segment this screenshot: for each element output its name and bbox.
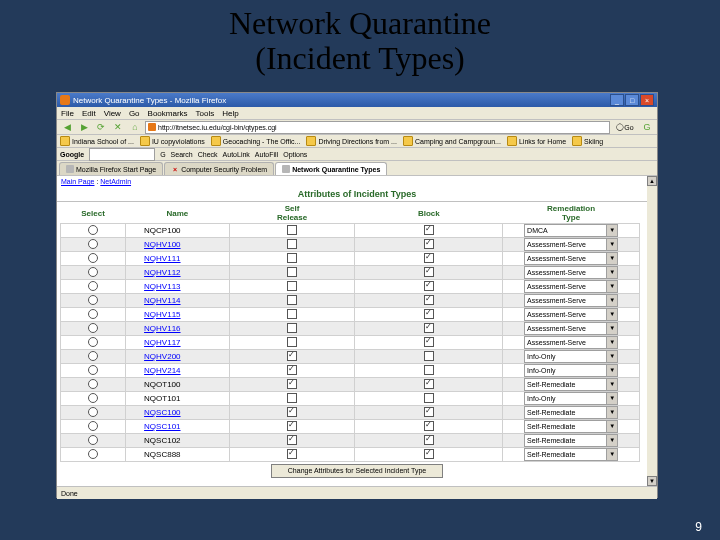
window-titlebar[interactable]: Network Quarantine Types - Mozilla Firef… (57, 93, 657, 107)
breadcrumb-main[interactable]: Main Page (61, 178, 94, 185)
self-release-checkbox[interactable] (287, 253, 297, 263)
remediation-select[interactable]: Self-Remediate▼ (524, 448, 618, 461)
block-checkbox[interactable] (424, 407, 434, 417)
bookmark-item[interactable]: Driving Directions from ... (306, 136, 397, 146)
menu-help[interactable]: Help (222, 109, 238, 118)
bookmark-item[interactable]: Indiana School of ... (60, 136, 134, 146)
menu-go[interactable]: Go (129, 109, 140, 118)
remediation-select[interactable]: Assessment-Serve▼ (524, 280, 618, 293)
self-release-checkbox[interactable] (287, 393, 297, 403)
remediation-select[interactable]: Assessment-Serve▼ (524, 252, 618, 265)
address-bar[interactable]: http://itnetsec.iu.edu/cgi-bin/qtypes.cg… (145, 121, 610, 134)
scroll-down-button[interactable]: ▼ (647, 476, 657, 486)
select-radio[interactable] (88, 421, 98, 431)
google-search-input[interactable] (89, 148, 155, 161)
block-checkbox[interactable] (424, 239, 434, 249)
block-checkbox[interactable] (424, 393, 434, 403)
breadcrumb-netadmin[interactable]: NetAdmin (100, 178, 131, 185)
menu-edit[interactable]: Edit (82, 109, 96, 118)
menu-view[interactable]: View (104, 109, 121, 118)
google-options-button[interactable]: Options (283, 151, 307, 158)
block-checkbox[interactable] (424, 435, 434, 445)
block-checkbox[interactable] (424, 267, 434, 277)
select-radio[interactable] (88, 295, 98, 305)
self-release-checkbox[interactable] (287, 281, 297, 291)
select-radio[interactable] (88, 281, 98, 291)
select-radio[interactable] (88, 253, 98, 263)
select-radio[interactable] (88, 323, 98, 333)
back-button[interactable]: ◀ (60, 121, 74, 133)
tab-item[interactable]: Mozilla Firefox Start Page (59, 162, 163, 175)
select-radio[interactable] (88, 351, 98, 361)
menu-tools[interactable]: Tools (196, 109, 215, 118)
tab-item-active[interactable]: Network Quarantine Types (275, 162, 387, 175)
change-attributes-button[interactable]: Change Attributes for Selected Incident … (271, 464, 443, 478)
self-release-checkbox[interactable] (287, 337, 297, 347)
forward-button[interactable]: ▶ (77, 121, 91, 133)
select-radio[interactable] (88, 225, 98, 235)
row-name[interactable]: NQHV200 (126, 350, 230, 364)
maximize-button[interactable]: □ (625, 94, 639, 106)
select-radio[interactable] (88, 435, 98, 445)
remediation-select[interactable]: Assessment-Serve▼ (524, 322, 618, 335)
remediation-select[interactable]: Assessment-Serve▼ (524, 336, 618, 349)
bookmark-item[interactable]: Geocaching - The Offic... (211, 136, 301, 146)
reload-button[interactable]: ⟳ (94, 121, 108, 133)
self-release-checkbox[interactable] (287, 365, 297, 375)
row-name[interactable]: NQHV112 (126, 266, 230, 280)
remediation-select[interactable]: Self-Remediate▼ (524, 420, 618, 433)
self-release-checkbox[interactable] (287, 351, 297, 361)
self-release-checkbox[interactable] (287, 407, 297, 417)
block-checkbox[interactable] (424, 421, 434, 431)
row-name[interactable]: NQHV111 (126, 252, 230, 266)
select-radio[interactable] (88, 393, 98, 403)
remediation-select[interactable]: Assessment-Serve▼ (524, 294, 618, 307)
google-g-button[interactable]: G (160, 151, 165, 158)
block-checkbox[interactable] (424, 225, 434, 235)
go-button[interactable]: ◯ Go (613, 122, 637, 133)
row-name[interactable]: NQSC100 (126, 406, 230, 420)
remediation-select[interactable]: Self-Remediate▼ (524, 406, 618, 419)
menu-file[interactable]: File (61, 109, 74, 118)
remediation-select[interactable]: Self-Remediate▼ (524, 378, 618, 391)
block-checkbox[interactable] (424, 351, 434, 361)
row-name[interactable]: NQHV214 (126, 364, 230, 378)
search-engine-icon[interactable]: G (640, 121, 654, 133)
bookmark-item[interactable]: Camping and Campgroun... (403, 136, 501, 146)
self-release-checkbox[interactable] (287, 225, 297, 235)
self-release-checkbox[interactable] (287, 379, 297, 389)
row-name[interactable]: NQHV100 (126, 238, 230, 252)
self-release-checkbox[interactable] (287, 309, 297, 319)
self-release-checkbox[interactable] (287, 421, 297, 431)
scroll-up-button[interactable]: ▲ (647, 176, 657, 186)
remediation-select[interactable]: Assessment-Serve▼ (524, 308, 618, 321)
google-check-button[interactable]: Check (198, 151, 218, 158)
tab-item[interactable]: ×Computer Security Problem (164, 162, 274, 175)
select-radio[interactable] (88, 267, 98, 277)
row-name[interactable]: NQHV114 (126, 294, 230, 308)
block-checkbox[interactable] (424, 449, 434, 459)
block-checkbox[interactable] (424, 337, 434, 347)
select-radio[interactable] (88, 309, 98, 319)
remediation-select[interactable]: Assessment-Serve▼ (524, 266, 618, 279)
block-checkbox[interactable] (424, 281, 434, 291)
block-checkbox[interactable] (424, 379, 434, 389)
self-release-checkbox[interactable] (287, 323, 297, 333)
self-release-checkbox[interactable] (287, 239, 297, 249)
select-radio[interactable] (88, 239, 98, 249)
block-checkbox[interactable] (424, 309, 434, 319)
block-checkbox[interactable] (424, 365, 434, 375)
google-autolink-button[interactable]: AutoLink (223, 151, 250, 158)
self-release-checkbox[interactable] (287, 267, 297, 277)
select-radio[interactable] (88, 407, 98, 417)
row-name[interactable]: NQHV116 (126, 322, 230, 336)
minimize-button[interactable]: _ (610, 94, 624, 106)
row-name[interactable]: NQHV115 (126, 308, 230, 322)
home-button[interactable]: ⌂ (128, 121, 142, 133)
select-radio[interactable] (88, 337, 98, 347)
bookmark-item[interactable]: Links for Home (507, 136, 566, 146)
remediation-select[interactable]: Self-Remediate▼ (524, 434, 618, 447)
bookmark-item[interactable]: Skiing (572, 136, 603, 146)
google-search-button[interactable]: Search (171, 151, 193, 158)
block-checkbox[interactable] (424, 253, 434, 263)
